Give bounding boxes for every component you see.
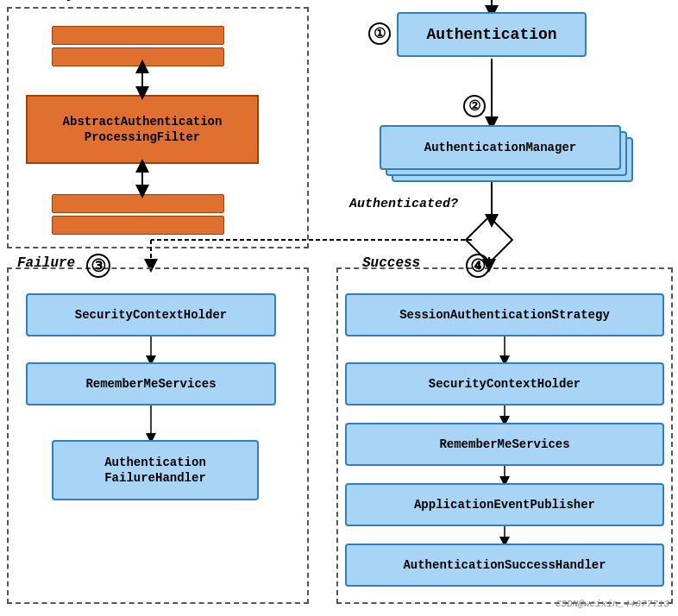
fail-box-auth-failure-handler: AuthenticationFailureHandler (52, 440, 259, 500)
fail-box-security-context-holder: SecurityContextHolder (26, 293, 276, 336)
circle-num-1: ① (368, 22, 391, 45)
orange-bar-mid (52, 47, 224, 66)
authenticated-label: Authenticated? (349, 197, 458, 211)
succ-box-security-context-holder: SecurityContextHolder (345, 362, 664, 405)
fail-box-1-label: SecurityContextHolder (75, 307, 227, 323)
authentication-label: Authentication (426, 26, 556, 43)
fail-box-2-label: RememberMeServices (85, 376, 216, 392)
orange-bar-top (52, 26, 224, 45)
succ-box-session-auth-strategy: SessionAuthenticationStrategy (345, 293, 664, 336)
orange-bar-bottom2 (52, 216, 224, 235)
succ-box-auth-success-handler: AuthenticationSuccessHandler (345, 544, 664, 587)
diagram-container: SecurityFilterChain AbstractAuthenticati… (0, 0, 678, 616)
failure-label: Failure (17, 255, 75, 271)
succ-box-4-label: ApplicationEventPublisher (414, 497, 595, 512)
success-label: Success (362, 255, 420, 271)
circle-num-2: ② (463, 95, 486, 117)
succ-box-app-event-publisher: ApplicationEventPublisher (345, 483, 664, 526)
authentication-box: Authentication (397, 12, 587, 57)
failure-num-circle: ③ (86, 254, 110, 278)
succ-box-1-label: SessionAuthenticationStrategy (399, 307, 610, 323)
succ-box-5-label: AuthenticationSuccessHandler (403, 557, 606, 573)
succ-box-3-label: RememberMeServices (439, 437, 569, 452)
auth-manager-box: AuthenticationManager (380, 125, 621, 170)
fail-box-remember-me: RememberMeServices (26, 362, 276, 405)
succ-box-remember-me: RememberMeServices (345, 423, 664, 466)
abstract-auth-label: AbstractAuthenticationProcessingFilter (63, 114, 223, 145)
succ-box-2-label: SecurityContextHolder (429, 376, 581, 392)
abstract-auth-box: AbstractAuthenticationProcessingFilter (26, 95, 259, 164)
watermark: CSDN@weixin_44877713 (556, 599, 669, 609)
orange-bar-bottom1 (52, 194, 224, 213)
success-num-circle: ④ (466, 254, 490, 278)
fail-box-3-label: AuthenticationFailureHandler (104, 455, 206, 486)
security-filter-chain-label: SecurityFilterChain (9, 0, 163, 3)
auth-manager-label: AuthenticationManager (424, 140, 576, 155)
